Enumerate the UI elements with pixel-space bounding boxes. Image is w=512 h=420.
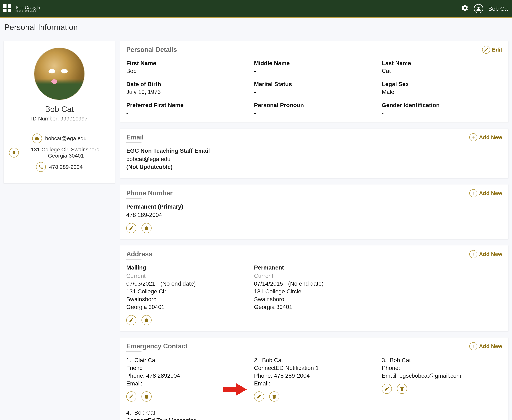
address-mailing-region: Georgia 30401 [126,303,247,311]
profile-phone: 478 289-2004 [49,164,83,170]
profile-email: bobcat@ega.edu [45,135,87,142]
profile-email-line: bobcat@ega.edu [9,134,110,143]
profile-address-line: 131 College Cir, Swainsboro, Georgia 304… [9,147,110,159]
first-name-label: First Name [126,60,247,67]
address-permanent-label: Permanent [254,264,375,271]
svg-marker-0 [223,383,247,396]
plus-icon [469,133,477,141]
edit-contact-button[interactable] [382,384,392,394]
profile-card: Bob Cat ID Number: 999010997 bobcat@ega.… [4,41,115,183]
ec-phone: Phone: [382,364,502,372]
address-permanent-line1: 131 College Circle [254,288,375,295]
profile-address: 131 College Cir, Swainsboro, Georgia 304… [22,147,110,159]
add-emergency-button[interactable]: Add New [469,342,502,350]
pref-first-label: Preferred First Name [126,102,247,109]
delete-phone-button[interactable] [142,223,152,233]
address-mailing-range: 07/03/2021 - (No end date) [126,280,247,288]
ec-relation: ConnectEd Text Messaging [126,417,247,420]
edit-contact-button[interactable] [254,391,264,402]
pencil-icon [482,46,490,54]
address-permanent-status: Current [254,272,375,280]
logo-line-1: East Georgia [15,5,40,10]
pin-icon [9,148,19,158]
panel-title-emergency: Emergency Contact [126,342,188,350]
emergency-contact-item: 3. Bob CatPhone:Email: egscbobcat@gmail.… [382,356,502,402]
address-permanent-range: 07/14/2015 - (No end date) [254,280,375,288]
delete-contact-button[interactable] [397,384,407,394]
profile-avatar-icon[interactable] [474,4,483,13]
plus-icon [469,342,477,350]
edit-label: Edit [492,47,502,53]
emergency-contact-item: 4. Bob CatConnectEd Text MessagingPhone:… [126,409,247,420]
ec-relation: Friend [126,364,247,372]
gender-value: - [382,110,502,116]
logo-line-2: State College [15,10,40,12]
marital-label: Marital Status [254,81,375,88]
middle-name-value: - [254,68,375,74]
edit-mailing-address-button[interactable] [126,315,136,325]
page-title: Personal Information [0,17,512,36]
edit-phone-button[interactable] [126,223,136,233]
email-value: bobcat@ega.edu [126,155,502,163]
ec-email: Email: egscbobcat@gmail.com [382,372,502,380]
ec-relation: ConnectED Notification 1 [254,364,375,372]
ec-name: 3. Bob Cat [382,356,502,364]
pronoun-label: Personal Pronoun [254,102,375,109]
gear-icon[interactable] [461,4,469,13]
first-name-value: Bob [126,68,247,74]
marital-value: - [254,89,375,95]
add-label: Add New [479,251,502,257]
plus-icon [469,250,477,258]
add-email-button[interactable]: Add New [469,133,502,141]
delete-mailing-address-button[interactable] [142,315,152,325]
address-mailing-city: Swainsboro [126,295,247,303]
edit-contact-button[interactable] [126,391,136,402]
panel-title-phone: Phone Number [126,189,173,197]
phone-type: Permanent (Primary) [126,203,502,210]
plus-icon [469,189,477,197]
ec-name: 1. Clair Cat [126,356,247,364]
delete-contact-button[interactable] [142,391,152,402]
ec-phone: Phone: 478 289-2004 [254,372,375,380]
panel-title-address: Address [126,250,152,258]
address-permanent-city: Swainsboro [254,295,375,303]
ec-name: 2. Bob Cat [254,356,375,364]
top-app-bar: East Georgia State College Bob Ca [0,0,512,17]
profile-photo [34,48,85,100]
profile-display-name: Bob Cat [9,105,110,114]
add-phone-button[interactable]: Add New [469,189,502,197]
profile-id-line: ID Number: 999010997 [9,116,110,122]
pref-first-value: - [126,110,247,116]
panel-title-personal: Personal Details [126,46,177,53]
mail-icon [32,134,42,143]
panel-emergency-contact: Emergency Contact Add New 1. Clair CatFr… [120,338,508,420]
add-label: Add New [479,343,502,349]
current-user-name[interactable]: Bob Ca [488,5,508,12]
middle-name-label: Middle Name [254,60,375,67]
ec-email: Email: [254,380,375,387]
address-mailing-label: Mailing [126,264,247,271]
apps-menu-button[interactable] [3,4,12,13]
panel-title-email: Email [126,134,144,141]
emergency-contact-item: 2. Bob CatConnectED Notification 1Phone:… [254,356,375,402]
ec-name: 4. Bob Cat [126,409,247,417]
add-label: Add New [479,190,502,196]
site-logo: East Georgia State College [15,5,40,12]
ec-phone: Phone: 478 2892004 [126,372,247,380]
dob-value: July 10, 1973 [126,89,247,95]
email-note: (Not Updateable) [126,163,502,171]
panel-email: Email Add New EGC Non Teaching Staff Ema… [120,129,508,178]
sex-label: Legal Sex [382,81,502,88]
address-permanent-region: Georgia 30401 [254,303,375,311]
edit-personal-button[interactable]: Edit [482,46,502,54]
id-value: 999010997 [60,116,88,121]
gender-label: Gender Identification [382,102,502,109]
phone-icon [36,162,46,172]
email-type: EGC Non Teaching Staff Email [126,147,502,154]
delete-contact-button[interactable] [269,391,279,402]
add-address-button[interactable]: Add New [469,250,502,258]
pronoun-value: - [254,110,375,116]
phone-value: 478 289-2004 [126,211,502,219]
dob-label: Date of Birth [126,81,247,88]
last-name-label: Last Name [382,60,502,67]
